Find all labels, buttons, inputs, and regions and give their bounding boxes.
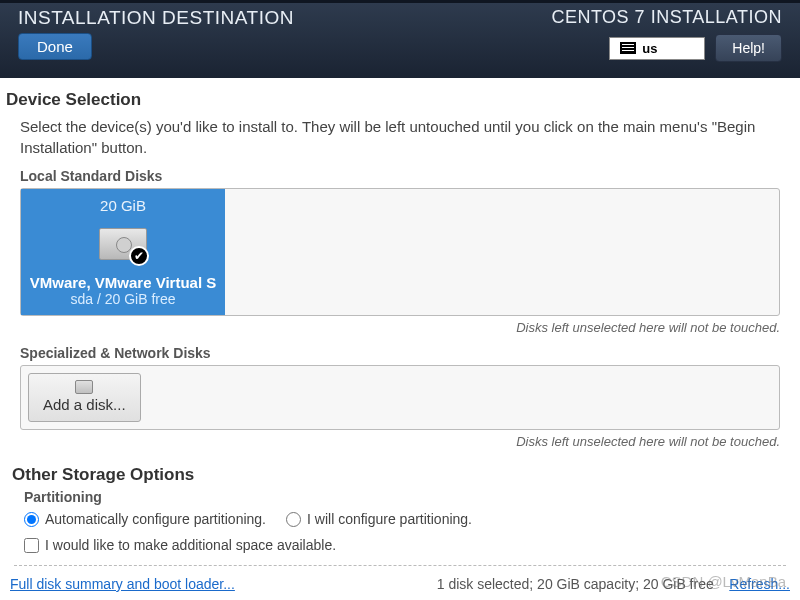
header-left: INSTALLATION DESTINATION Done — [18, 7, 294, 70]
disk-icon: ✔ — [91, 224, 155, 264]
footer-status: 1 disk selected; 20 GiB capacity; 20 GiB… — [437, 576, 714, 592]
disk-size: 20 GiB — [100, 197, 146, 214]
reclaim-space-checkbox[interactable] — [24, 538, 39, 553]
manual-partition-option[interactable]: I will configure partitioning. — [286, 511, 472, 527]
device-selection-title: Device Selection — [6, 90, 794, 110]
partitioning-label: Partitioning — [6, 489, 794, 505]
auto-partition-radio[interactable] — [24, 512, 39, 527]
help-button[interactable]: Help! — [715, 34, 782, 62]
disk-name: VMware, VMware Virtual S — [30, 274, 216, 291]
header-bar: INSTALLATION DESTINATION Done CENTOS 7 I… — [0, 0, 800, 78]
page-title: INSTALLATION DESTINATION — [18, 7, 294, 29]
disk-tile-sda[interactable]: 20 GiB ✔ VMware, VMware Virtual S sda / … — [21, 189, 225, 315]
footer-right: 1 disk selected; 20 GiB capacity; 20 GiB… — [437, 576, 790, 592]
auto-partition-option[interactable]: Automatically configure partitioning. — [24, 511, 266, 527]
divider — [14, 565, 786, 566]
reclaim-space-label: I would like to make additional space av… — [45, 537, 336, 553]
content-area: Device Selection Select the device(s) yo… — [0, 78, 800, 566]
network-disks-hint: Disks left unselected here will not be t… — [6, 430, 794, 459]
add-disk-label: Add a disk... — [43, 396, 126, 413]
product-title: CENTOS 7 INSTALLATION — [551, 7, 782, 28]
keyboard-icon — [620, 42, 636, 54]
local-disks-hint: Disks left unselected here will not be t… — [6, 316, 794, 345]
manual-partition-label: I will configure partitioning. — [307, 511, 472, 527]
local-disks-panel: 20 GiB ✔ VMware, VMware Virtual S sda / … — [20, 188, 780, 316]
disk-meta: sda / 20 GiB free — [30, 291, 216, 307]
keyboard-layout-label: us — [642, 41, 657, 56]
keyboard-layout-selector[interactable]: us — [609, 37, 705, 60]
manual-partition-radio[interactable] — [286, 512, 301, 527]
refresh-link[interactable]: Refresh... — [729, 576, 790, 592]
check-icon: ✔ — [129, 246, 149, 266]
network-disks-panel: Add a disk... — [20, 365, 780, 430]
disk-summary-link[interactable]: Full disk summary and boot loader... — [10, 576, 235, 592]
storage-options-title: Other Storage Options — [6, 459, 794, 489]
network-disks-heading: Specialized & Network Disks — [6, 345, 794, 361]
header-right: CENTOS 7 INSTALLATION us Help! — [551, 7, 782, 70]
auto-partition-label: Automatically configure partitioning. — [45, 511, 266, 527]
partitioning-radio-group: Automatically configure partitioning. I … — [6, 505, 794, 533]
add-disk-button[interactable]: Add a disk... — [28, 373, 141, 422]
local-disks-heading: Local Standard Disks — [6, 168, 794, 184]
device-selection-description: Select the device(s) you'd like to insta… — [6, 116, 794, 158]
reclaim-space-option[interactable]: I would like to make additional space av… — [24, 537, 776, 553]
done-button[interactable]: Done — [18, 33, 92, 60]
footer-bar: Full disk summary and boot loader... 1 d… — [0, 576, 800, 592]
drive-icon — [75, 380, 93, 394]
